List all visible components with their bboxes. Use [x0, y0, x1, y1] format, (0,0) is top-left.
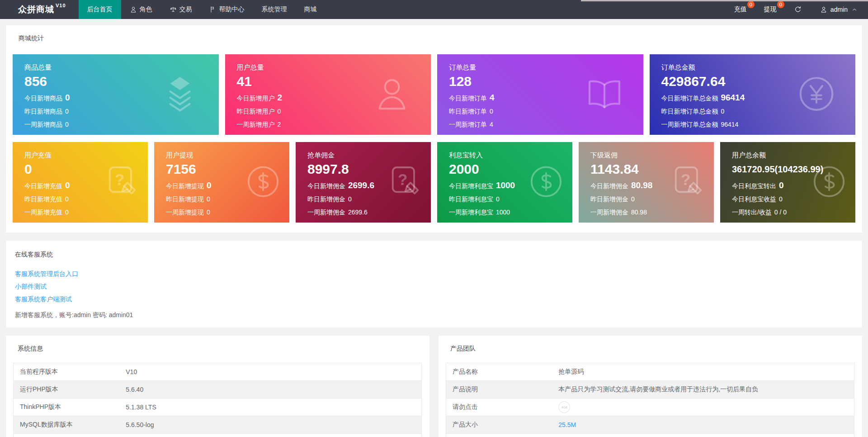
stat-line: 一周新增提现 0 — [166, 208, 289, 217]
svg-text:?: ? — [115, 171, 124, 188]
stat-card-title: 用户总量 — [237, 63, 431, 72]
nav-item-label: 商城 — [304, 5, 317, 14]
main-menu: 后台首页角色交易帮助中心系统管理商城 — [79, 0, 326, 19]
stat-line: 一周新增充值 0 — [24, 208, 148, 217]
service-panel: 在线客服系统 客服系统管理后台入口小部件测试客服系统客户端测试 新增客服系统，账… — [5, 240, 863, 328]
cell-label: MySQL数据库版本 — [14, 416, 120, 434]
stats-title: 商城统计 — [19, 34, 855, 43]
stat-card: 商品总量856今日新增商品 0昨日新增商品 0一周新增商品 0 — [13, 54, 219, 135]
svg-text:?: ? — [398, 171, 407, 188]
brand-version: V10 — [56, 3, 66, 8]
table-row: MySQL数据库版本5.6.50-log — [14, 416, 422, 434]
table-row: 产品说明本产品只为学习测试交流,请勿要做商业或者用于违法行为,一切后果自负 — [446, 381, 854, 399]
stat-card: 用户总余额361720.95(104236.99)今日利息宝转出 0今日利息宝收… — [720, 142, 855, 223]
stat-card-title: 商品总量 — [24, 63, 219, 72]
stats-cards-row2: 用户充值0今日新增充值 0昨日新增充值 0一周新增充值 0?用户提现7156今日… — [13, 142, 855, 223]
brand-name: 众拼商城 — [18, 4, 54, 15]
nav-item-3[interactable]: 帮助中心 — [201, 0, 253, 19]
cell-label: 当前程序版本 — [14, 363, 120, 381]
nav-item-0[interactable]: 后台首页 — [79, 0, 121, 19]
withdraw-button[interactable]: 提现 0 — [764, 5, 777, 14]
dollar-icon — [244, 163, 282, 202]
recharge-button[interactable]: 充值 0 — [734, 5, 747, 14]
refresh-icon[interactable] — [794, 5, 802, 14]
system-info-table: 当前程序版本V10运行PHP版本5.6.40ThinkPHP版本5.1.38 L… — [13, 363, 422, 437]
table-row: 请勿点击404 — [446, 399, 854, 416]
cell-label: 产品说明 — [446, 381, 552, 399]
nav-item-label: 后台首页 — [87, 5, 113, 14]
yen-icon — [796, 73, 837, 116]
table-row: 产品大小25.5M — [446, 416, 854, 434]
brand-logo: 众拼商城 V10 — [0, 0, 79, 19]
stat-line: 一周新增佣金 80.98 — [590, 208, 714, 217]
cell-label: 产品名称 — [446, 363, 552, 381]
stats-cards-row1: 商品总量856今日新增商品 0昨日新增商品 0一周新增商品 0用户总量41今日新… — [13, 54, 855, 135]
bottom-row: 系统信息 当前程序版本V10运行PHP版本5.6.40ThinkPHP版本5.1… — [5, 335, 863, 437]
cell-value: 5.6.40 — [126, 386, 143, 393]
table-row: 当前程序版本V10 — [14, 363, 422, 381]
stat-line: 一周转出/收益 0 / 0 — [732, 208, 855, 217]
stat-card-title: 用户总余额 — [732, 151, 855, 160]
table-row: 运行PHP版本5.6.40 — [14, 381, 422, 399]
svg-text:?: ? — [681, 171, 690, 188]
withdraw-badge: 0 — [777, 1, 784, 8]
broken-image-404-badge: 404 — [558, 401, 570, 413]
top-edge-artifact — [581, 0, 868, 1]
user-icon — [820, 6, 827, 13]
stat-card-title: 下级返佣 — [590, 151, 714, 160]
stat-line: 一周新增利息宝 1000 — [449, 208, 572, 217]
nav-item-5[interactable]: 商城 — [296, 0, 326, 19]
cell-label: 请勿点击 — [446, 399, 552, 416]
nav-item-1[interactable]: 角色 — [121, 0, 161, 19]
stat-line: 一周新增商品 0 — [24, 120, 219, 129]
stat-card-title: 利息宝转入 — [449, 151, 572, 160]
table-row: ThinkPHP版本5.1.38 LTS — [14, 399, 422, 416]
table-row-cut — [14, 434, 422, 437]
user-icon — [371, 73, 413, 116]
product-table: 产品名称抢单源码产品说明本产品只为学习测试交流,请勿要做商业或者用于违法行为,一… — [446, 363, 854, 437]
stat-card-title: 订单总金额 — [661, 63, 856, 72]
service-link-2[interactable]: 客服系统客户端测试 — [15, 295, 72, 304]
user-icon — [130, 6, 137, 13]
chevron-up-icon — [851, 6, 858, 13]
nav-item-label: 交易 — [179, 5, 192, 14]
user-menu[interactable]: admin — [820, 6, 858, 13]
cell-value: V10 — [126, 368, 137, 375]
nav-item-2[interactable]: 交易 — [161, 0, 201, 19]
nav-item-4[interactable]: 系统管理 — [253, 0, 296, 19]
stat-line: 一周新增订单 4 — [449, 120, 643, 129]
product-panel: 产品团队 产品名称抢单源码产品说明本产品只为学习测试交流,请勿要做商业或者用于违… — [438, 335, 863, 437]
service-links: 客服系统管理后台入口小部件测试客服系统客户端测试 — [15, 270, 853, 304]
service-note: 新增客服系统，账号:admin 密码: admin01 — [15, 311, 853, 319]
stat-card: 订单总金额429867.64今日新增订单总金额 96414昨日新增订单总金额 0… — [650, 54, 856, 135]
flag-icon — [209, 6, 217, 13]
cell-label: ThinkPHP版本 — [14, 399, 120, 416]
stat-card: 用户提现7156今日新增提现 0昨日新增提现 0一周新增提现 0 — [154, 142, 289, 223]
system-info-title: 系统信息 — [18, 345, 422, 353]
stat-card: 用户充值0今日新增充值 0昨日新增充值 0一周新增充值 0? — [13, 142, 148, 223]
nav-item-label: 系统管理 — [262, 5, 287, 14]
docq-icon: ? — [386, 163, 424, 202]
dollar-icon — [527, 163, 565, 202]
service-link-0[interactable]: 客服系统管理后台入口 — [15, 270, 78, 278]
cell-value: 5.6.50-log — [126, 421, 154, 428]
navbar-right: 充值 0 提现 0 admin — [734, 0, 868, 19]
recharge-badge: 0 — [747, 1, 755, 8]
table-row: 产品名称抢单源码 — [446, 363, 854, 381]
username: admin — [830, 6, 848, 13]
cell-value: 5.1.38 LTS — [126, 404, 156, 411]
cell-value: 抢单源码 — [558, 368, 584, 375]
file-size-link[interactable]: 25.5M — [558, 421, 576, 428]
stat-line: 一周新增订单总金额 96414 — [661, 120, 856, 129]
layers-icon — [159, 73, 201, 116]
nav-item-label: 角色 — [140, 5, 152, 14]
service-link-1[interactable]: 小部件测试 — [15, 282, 47, 291]
stat-line: 一周新增用户 2 — [237, 120, 431, 129]
cell-label: 运行PHP版本 — [14, 381, 120, 399]
docq-icon: ? — [103, 163, 141, 202]
stat-card-title: 订单总量 — [449, 63, 643, 72]
nav-item-label: 帮助中心 — [219, 5, 245, 14]
dollar-icon — [810, 163, 848, 202]
stat-card: 订单总量128今日新增订单 4昨日新增订单 0一周新增订单 4 — [437, 54, 643, 135]
navbar: 众拼商城 V10 后台首页角色交易帮助中心系统管理商城 充值 0 提现 0 ad… — [0, 0, 868, 19]
